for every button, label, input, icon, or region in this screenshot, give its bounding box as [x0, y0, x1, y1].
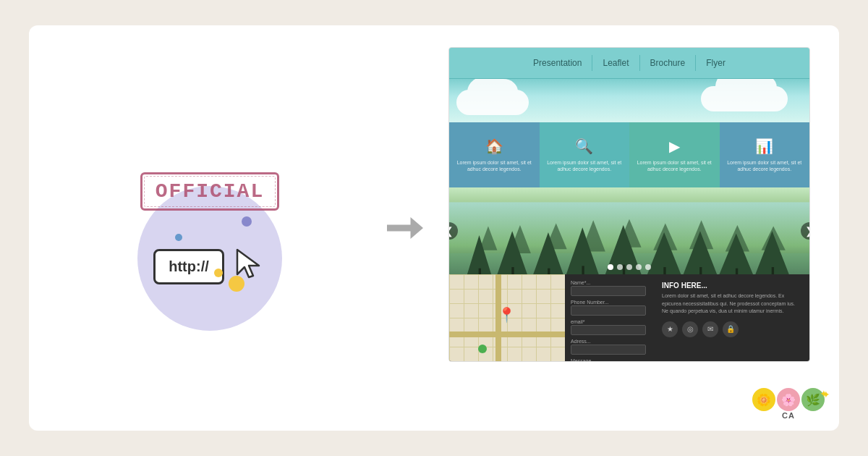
svg-rect-27: [699, 267, 702, 274]
form-field-email[interactable]: [571, 325, 646, 335]
chart-icon: 📊: [755, 138, 773, 155]
cloud-area: [449, 79, 809, 122]
website-preview: Presentation Leaflet Brochure Flyer 🏠 Lo…: [448, 47, 810, 362]
flower-pink: 🌸: [777, 388, 800, 411]
map-area: 📍: [449, 274, 565, 362]
tile-home: 🏠 Lorem ipsum dolor sit amet, sit et adh…: [449, 122, 540, 187]
form-area: Name*... Phone Number... email* Adress..…: [565, 274, 652, 362]
social-icon-email[interactable]: ✉: [702, 321, 718, 337]
dot-yellow-small: [214, 269, 223, 277]
form-row-email: email*: [571, 319, 646, 335]
cloud-2: [701, 86, 788, 111]
form-field-phone[interactable]: [571, 305, 646, 316]
tile-text-0: Lorem ipsum dolor sit amet, sit et adhuc…: [454, 159, 535, 172]
info-area: INFO HERE... Lorem dolor sit amet, sit e…: [652, 274, 809, 362]
slider-dot-5[interactable]: [645, 264, 651, 270]
nav-item-flyer[interactable]: Flyer: [695, 55, 736, 71]
arrow-container: [383, 217, 427, 239]
home-icon: 🏠: [485, 138, 503, 155]
svg-rect-28: [736, 269, 738, 274]
form-field-address[interactable]: [571, 345, 646, 355]
main-card: OFFICIAL http:// Presentatio: [29, 25, 839, 431]
logo-container: 🌼 🌸 🌿 ✦ ✦: [752, 388, 825, 411]
contact-section: 📍 Name*... Phone Number... email*: [449, 274, 809, 361]
slider-dots: [608, 264, 651, 270]
tile-text-1: Lorem ipsum dolor sit amet, sit et adhuc…: [544, 159, 626, 172]
tiles-section: 🏠 Lorem ipsum dolor sit amet, sit et adh…: [449, 122, 809, 187]
svg-rect-23: [548, 269, 550, 274]
info-title: INFO HERE...: [662, 282, 799, 290]
url-area: http://: [153, 232, 266, 284]
sparkle-icon-2: ✦: [822, 389, 830, 400]
tile-chart: 📊 Lorem ipsum dolor sit amet, sit et adh…: [720, 122, 810, 187]
cloud-1: [456, 90, 529, 115]
social-icon-lock[interactable]: 🔒: [723, 321, 739, 337]
form-row-address: Adress...: [571, 339, 646, 355]
logo-flowers: 🌼 🌸 🌿: [752, 388, 825, 411]
slider-dot-2[interactable]: [617, 264, 623, 270]
form-row-phone: Phone Number...: [571, 300, 646, 316]
svg-rect-26: [663, 267, 665, 274]
map-road-horizontal: [449, 332, 565, 337]
tile-search: 🔍 Lorem ipsum dolor sit amet, sit et adh…: [540, 122, 630, 187]
slider-section: ❮ ❯: [449, 187, 809, 274]
map-pin-icon: 📍: [498, 306, 516, 324]
search-icon: 🔍: [575, 138, 593, 155]
svg-rect-29: [772, 267, 774, 274]
url-box: http://: [153, 249, 224, 284]
svg-rect-24: [582, 266, 584, 274]
form-label-address: Adress...: [571, 339, 646, 344]
form-label-message: Message...: [571, 358, 646, 362]
form-label-email: email*: [571, 319, 646, 324]
dot-yellow-large: [229, 276, 244, 292]
social-icon-star[interactable]: ★: [662, 321, 678, 337]
slider-dot-3[interactable]: [626, 264, 632, 270]
nav-section: Presentation Leaflet Brochure Flyer: [449, 48, 809, 79]
info-text: Lorem dolor sit amet, sit et adhuc decor…: [662, 292, 799, 316]
dot-blue: [175, 234, 182, 241]
left-panel: OFFICIAL http://: [58, 47, 362, 409]
form-row-name: Name*...: [571, 280, 646, 296]
form-field-name[interactable]: [571, 286, 646, 296]
svg-rect-21: [479, 269, 481, 274]
right-panel: Presentation Leaflet Brochure Flyer 🏠 Lo…: [448, 47, 810, 409]
tile-text-3: Lorem ipsum dolor sit amet, sit et adhuc…: [724, 159, 806, 172]
bottom-logo: 🌼 🌸 🌿 ✦ ✦ CA: [752, 388, 825, 420]
nav-item-brochure[interactable]: Brochure: [639, 55, 696, 71]
form-row-message: Message...: [571, 358, 646, 362]
flower-yellow: 🌼: [752, 388, 775, 411]
tile-text-2: Lorem ipsum dolor sit amet, sit et adhuc…: [634, 159, 715, 172]
right-arrow-icon: [387, 217, 423, 239]
play-icon: ▶: [669, 138, 680, 155]
social-icon-share[interactable]: ◎: [682, 321, 698, 337]
svg-rect-22: [511, 267, 514, 274]
dot-purple: [242, 216, 252, 227]
svg-marker-0: [237, 250, 259, 277]
slider-dot-1[interactable]: [608, 264, 613, 270]
social-icons: ★ ◎ ✉ 🔒: [662, 321, 799, 337]
ca-label: CA: [782, 411, 795, 420]
map-dot-green: [478, 345, 487, 353]
tile-play: ▶ Lorem ipsum dolor sit amet, sit et adh…: [629, 122, 720, 187]
nav-item-presentation[interactable]: Presentation: [523, 55, 592, 71]
nav-item-leaflet[interactable]: Leaflet: [592, 55, 639, 71]
form-label-name: Name*...: [571, 280, 646, 285]
slider-dot-4[interactable]: [636, 264, 642, 270]
official-stamp: OFFICIAL: [140, 172, 279, 211]
form-label-phone: Phone Number...: [571, 300, 646, 305]
